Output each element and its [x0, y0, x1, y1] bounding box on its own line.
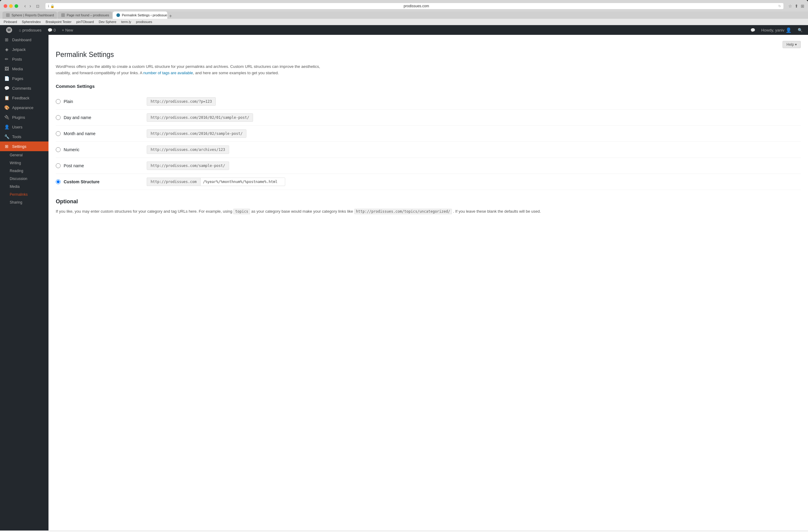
custom-structure-input[interactable] [200, 177, 285, 186]
option-plain-url: http://prodissues.com/?p=123 [147, 97, 216, 106]
number-of-tags-link[interactable]: number of tags are available [143, 71, 193, 75]
help-button[interactable]: Help ▾ [783, 41, 801, 48]
forward-button[interactable]: › [28, 3, 32, 9]
plugins-icon: 🔌 [4, 115, 10, 120]
option-plain-row: Plain http://prodissues.com/?p=123 [56, 94, 801, 110]
bookmark-pinboard[interactable]: Pinboard [4, 20, 17, 24]
bookmark-prodissues[interactable]: prodissues [136, 20, 152, 24]
address-bar[interactable]: ℹ 🔒 prodissues.com ↻ [45, 3, 784, 9]
submenu-sharing[interactable]: Sharing [0, 198, 49, 206]
tab-favicon [61, 13, 65, 17]
optional-code: topics [233, 209, 250, 214]
pages-icon: 📄 [4, 76, 10, 81]
submenu-reading[interactable]: Reading [0, 167, 49, 175]
close-button[interactable] [4, 4, 7, 8]
sidebar-toggle-icon[interactable]: ⊞ [801, 4, 804, 8]
feedback-sidebar-icon: 📋 [4, 95, 10, 100]
option-post-name-radio[interactable] [56, 163, 61, 168]
page-title: Permalink Settings [56, 51, 801, 59]
custom-input-wrapper: http://prodissues.com [147, 177, 801, 186]
comments-icon: 💬 [48, 28, 52, 33]
bookmark-termly[interactable]: term.ly [121, 20, 131, 24]
bookmarks-bar: Pinboard SphereIndex Breakpoint Tester p… [0, 19, 808, 25]
content-area: Help ▾ Permalink Settings WordPress offe… [49, 35, 808, 531]
bookmark-sphereindex[interactable]: SphereIndex [22, 20, 41, 24]
new-tab-button[interactable]: + [168, 13, 173, 19]
sidebar-item-dashboard[interactable]: ⊞ Dashboard [0, 35, 49, 44]
browser-actions: ☆ ⬆ ⊞ [788, 4, 804, 8]
dashboard-icon: ⊞ [4, 37, 10, 42]
fullscreen-button[interactable] [15, 4, 18, 8]
tab-overview-button[interactable]: ⊡ [35, 4, 41, 8]
admin-bar-search[interactable]: 🔍 [795, 25, 806, 35]
wp-admin: ⊞ Dashboard ◈ Jetpack ✏ Posts 🖼 Media 📄 [0, 35, 808, 531]
users-icon: 👤 [4, 125, 10, 129]
admin-bar-right: 💬 Howdy, yaniv 👤 🔍 [747, 25, 806, 35]
posts-icon: ✏ [4, 57, 10, 61]
admin-bar-user-feedback[interactable]: 💬 [747, 25, 758, 35]
option-numeric-url: http://prodissues.com/archives/123 [147, 146, 229, 154]
sidebar-item-tools[interactable]: 🔧 Tools [0, 132, 49, 141]
option-post-name-label[interactable]: Post name [56, 163, 147, 168]
main-content: Help ▾ Permalink Settings WordPress offe… [49, 35, 808, 531]
option-plain-label[interactable]: Plain [56, 99, 147, 104]
bookmark-breakpoint-tester[interactable]: Breakpoint Tester [45, 20, 71, 24]
submenu-discussion[interactable]: Discussion [0, 175, 49, 183]
sidebar: ⊞ Dashboard ◈ Jetpack ✏ Posts 🖼 Media 📄 [0, 35, 49, 531]
option-month-name-row: Month and name http://prodissues.com/201… [56, 126, 801, 141]
url-text: prodissues.com [56, 4, 776, 8]
option-day-name-row: Day and name http://prodissues.com/2016/… [56, 109, 801, 126]
bookmark-pintoboard[interactable]: pinTOboard [76, 20, 94, 24]
option-numeric-row: Numeric http://prodissues.com/archives/1… [56, 141, 801, 157]
submenu-media[interactable]: Media [0, 183, 49, 191]
sidebar-item-feedback[interactable]: 📋 Feedback [0, 93, 49, 103]
submenu-permalinks[interactable]: Permalinks [0, 191, 49, 198]
admin-bar-new[interactable]: + New [59, 25, 76, 35]
option-month-name-label[interactable]: Month and name [56, 131, 147, 136]
wp-logo[interactable]: W [2, 25, 16, 35]
sidebar-item-media[interactable]: 🖼 Media [0, 64, 49, 74]
sidebar-item-comments[interactable]: 💬 Comments [0, 83, 49, 93]
share-icon[interactable]: ⬆ [795, 4, 798, 8]
minimize-button[interactable] [9, 4, 13, 8]
submenu-writing[interactable]: Writing [0, 159, 49, 167]
optional-url-example: http://prodissues.com/topics/uncategoriz… [354, 209, 452, 214]
sidebar-item-users[interactable]: 👤 Users [0, 122, 49, 132]
feedback-icon: 💬 [750, 28, 755, 33]
option-month-name-radio[interactable] [56, 131, 61, 136]
option-numeric-label[interactable]: Numeric [56, 147, 147, 152]
tab-permalink-settings[interactable]: Permalink Settings ‹ prodissues — WordPr… [113, 12, 167, 19]
tab-favicon-wp [116, 13, 120, 17]
sidebar-item-appearance[interactable]: 🎨 Appearance [0, 103, 49, 112]
submenu-general[interactable]: General [0, 151, 49, 159]
admin-bar-comments[interactable]: 💬 0 [44, 25, 59, 35]
option-numeric-radio[interactable] [56, 147, 61, 152]
back-button[interactable]: ‹ [23, 3, 27, 9]
option-day-name-radio[interactable] [56, 115, 61, 120]
bookmark-dev-sphere[interactable]: Dev Sphere [99, 20, 116, 24]
admin-bar-home[interactable]: ⌂ prodissues [16, 25, 44, 35]
option-post-name-url: http://prodissues.com/sample-post/ [147, 162, 229, 170]
sidebar-item-posts[interactable]: ✏ Posts [0, 54, 49, 64]
tab-sphere-reports[interactable]: Sphere | Reports Dashboard [2, 12, 57, 19]
search-icon: 🔍 [798, 28, 803, 33]
option-custom-radio[interactable] [56, 179, 61, 184]
tab-page-not-found[interactable]: Page not found – prodissues [58, 12, 112, 19]
optional-section: Optional If you like, you may enter cust… [56, 198, 801, 215]
reload-icon[interactable]: ↻ [778, 4, 781, 8]
sidebar-item-pages[interactable]: 📄 Pages [0, 74, 49, 83]
permalink-options-table: Plain http://prodissues.com/?p=123 [56, 94, 801, 190]
comments-sidebar-icon: 💬 [4, 86, 10, 91]
info-icon: ℹ [48, 4, 49, 8]
sidebar-item-jetpack[interactable]: ◈ Jetpack [0, 44, 49, 54]
settings-icon: ⊞ [4, 144, 10, 149]
option-day-name-label[interactable]: Day and name [56, 115, 147, 120]
star-icon[interactable]: ☆ [788, 4, 792, 8]
option-custom-label[interactable]: Custom Structure [56, 179, 147, 184]
sidebar-item-plugins[interactable]: 🔌 Plugins [0, 112, 49, 122]
sidebar-item-settings[interactable]: ⊞ Settings [0, 141, 49, 151]
option-plain-radio[interactable] [56, 99, 61, 104]
admin-bar-user[interactable]: Howdy, yaniv 👤 [758, 25, 795, 35]
description: WordPress offers you the ability to crea… [56, 64, 329, 76]
common-settings-heading: Common Settings [56, 83, 801, 89]
